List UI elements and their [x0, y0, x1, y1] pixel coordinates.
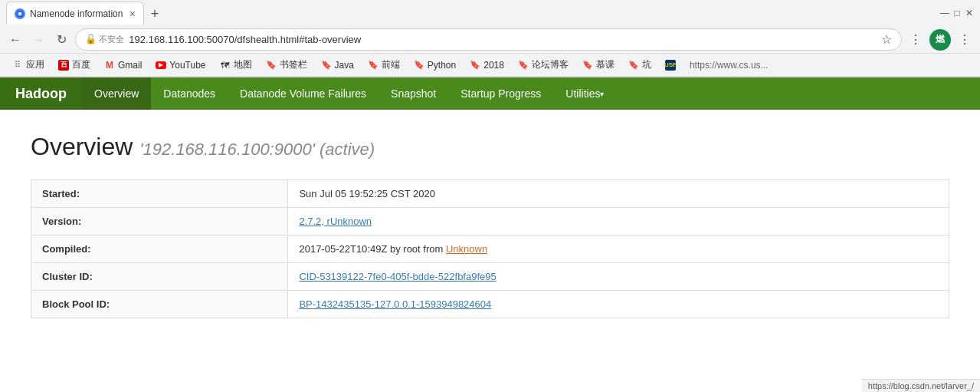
tab-bar: Namenode information × +: [6, 2, 940, 25]
page-subtitle: '192.168.116.100:9000' (active): [139, 140, 375, 159]
bookmark-folder-icon: 🔖: [266, 60, 277, 71]
overview-table: Started: Sun Jul 05 19:52:25 CST 2020 Ve…: [31, 180, 949, 318]
bookmark-baidu[interactable]: 百 百度: [52, 56, 97, 74]
maximize-button[interactable]: □: [952, 8, 962, 18]
bookmark-maps[interactable]: 🗺 地图: [214, 56, 258, 74]
bookmark-apps-label: 应用: [26, 58, 44, 71]
nav-datanode-volume-failures[interactable]: Datanode Volume Failures: [228, 77, 379, 110]
frontend-folder-icon: 🔖: [368, 60, 379, 71]
course-folder-icon: 🔖: [582, 60, 593, 71]
table-row-cluster-id: Cluster ID: CID-53139122-7fe0-405f-bdde-…: [31, 263, 949, 291]
2018-folder-icon: 🔖: [470, 60, 480, 71]
browser-chrome: Namenode information × + — □ ✕ ← → ↻ 🔓 不…: [0, 0, 980, 77]
bookmark-bookmarks-label: 书签栏: [280, 58, 307, 71]
window-controls: — □ ✕: [940, 8, 974, 18]
title-bar: Namenode information × + — □ ✕: [0, 0, 980, 26]
tab-favicon: [15, 8, 25, 19]
nav-utilities[interactable]: Utilities: [553, 77, 616, 110]
python-folder-icon: 🔖: [414, 60, 424, 71]
youtube-icon: ▶: [156, 61, 166, 69]
bookmark-cslink[interactable]: https://www.cs.us...: [683, 58, 775, 73]
pit-folder-icon: 🔖: [628, 60, 639, 71]
nav-datanodes[interactable]: Datanodes: [151, 77, 228, 110]
bookmark-baidu-label: 百度: [72, 58, 90, 71]
svg-point-1: [18, 12, 21, 15]
bookmark-java[interactable]: 🔖 Java: [315, 58, 360, 73]
bookmark-python-label: Python: [428, 60, 456, 71]
bookmark-pit-label: 坑: [642, 58, 651, 71]
bookmark-apps[interactable]: ⠿ 应用: [6, 56, 51, 74]
bookmark-usf[interactable]: USF: [659, 58, 682, 73]
bookmark-youtube-label: YouTube: [169, 60, 205, 71]
bookmark-bookmarks[interactable]: 🔖 书签栏: [260, 56, 313, 74]
bookmark-gmail[interactable]: M Gmail: [98, 58, 148, 73]
bookmark-pit[interactable]: 🔖 坑: [622, 56, 657, 74]
version-link[interactable]: 2.7.2, rUnknown: [299, 216, 372, 227]
hadoop-logo[interactable]: Hadoop: [0, 77, 82, 110]
bookmark-frontend-label: 前端: [382, 58, 400, 71]
chrome-menu-button[interactable]: ⋮: [955, 31, 974, 49]
table-label-version: Version:: [31, 208, 288, 236]
apps-icon: ⠿: [12, 60, 23, 71]
security-indicator: 🔓 不安全: [85, 34, 124, 45]
gmail-icon: M: [104, 60, 115, 71]
nav-snapshot[interactable]: Snapshot: [379, 77, 448, 110]
profile-avatar[interactable]: 燃: [929, 29, 951, 51]
table-row-started: Started: Sun Jul 05 19:52:25 CST 2020: [31, 180, 949, 208]
table-row-version: Version: 2.7.2, rUnknown: [31, 208, 949, 236]
table-value-cluster-id: CID-53139122-7fe0-405f-bdde-522fbfa9fe95: [288, 263, 949, 291]
table-value-started: Sun Jul 05 19:52:25 CST 2020: [288, 180, 949, 208]
bookmark-java-label: Java: [335, 60, 354, 71]
table-value-version: 2.7.2, rUnknown: [288, 208, 949, 236]
page-title: Overview '192.168.116.100:9000' (active): [31, 133, 949, 161]
bookmark-course-label: 慕课: [596, 58, 615, 71]
forum-folder-icon: 🔖: [518, 60, 529, 71]
table-value-block-pool-id: BP-1432435135-127.0.0.1-1593949824604: [288, 291, 949, 318]
url-text: 192.168.116.100:50070/dfshealth.html#tab…: [129, 34, 361, 45]
cluster-id-link[interactable]: CID-53139122-7fe0-405f-bdde-522fbfa9fe95: [299, 271, 496, 282]
bookmark-maps-label: 地图: [234, 58, 252, 71]
back-button[interactable]: ←: [6, 31, 25, 49]
address-bar: ← → ↻ 🔓 不安全 192.168.116.100:50070/dfshea…: [0, 26, 980, 54]
hadoop-nav-items: Overview Datanodes Datanode Volume Failu…: [82, 77, 616, 110]
compiled-text: 2017-05-22T10:49Z by root from: [299, 243, 446, 255]
bookmark-forum[interactable]: 🔖 论坛博客: [512, 56, 575, 74]
bookmark-frontend[interactable]: 🔖 前端: [362, 56, 406, 74]
bookmark-2018-label: 2018: [483, 60, 504, 71]
bookmark-python[interactable]: 🔖 Python: [408, 58, 462, 73]
tab-close-button[interactable]: ×: [129, 8, 136, 19]
bookmark-star-icon[interactable]: ☆: [881, 32, 892, 47]
forward-button[interactable]: →: [29, 31, 48, 49]
main-content: Overview '192.168.116.100:9000' (active)…: [0, 110, 980, 341]
nav-startup-progress[interactable]: Startup Progress: [448, 77, 553, 110]
compiled-unknown-link[interactable]: Unknown: [446, 243, 487, 255]
table-label-cluster-id: Cluster ID:: [31, 263, 288, 291]
browser-tab[interactable]: Namenode information ×: [6, 2, 144, 25]
minimize-button[interactable]: —: [940, 8, 949, 18]
close-button[interactable]: ✕: [965, 8, 974, 18]
bookmark-gmail-label: Gmail: [118, 60, 142, 71]
bookmark-2018[interactable]: 🔖 2018: [464, 58, 510, 73]
table-row-compiled: Compiled: 2017-05-22T10:49Z by root from…: [31, 236, 949, 263]
table-row-block-pool-id: Block Pool ID: BP-1432435135-127.0.0.1-1…: [31, 291, 949, 318]
hadoop-navbar: Hadoop Overview Datanodes Datanode Volum…: [0, 77, 980, 110]
extensions-button[interactable]: ⋮: [906, 31, 925, 49]
block-pool-id-link[interactable]: BP-1432435135-127.0.0.1-1593949824604: [299, 298, 491, 310]
bookmarks-bar: ⠿ 应用 百 百度 M Gmail ▶ YouTube 🗺 地图 🔖 书签栏 🔖…: [0, 54, 980, 77]
address-right-controls: ⋮ 燃 ⋮: [906, 29, 974, 51]
reload-button[interactable]: ↻: [52, 31, 70, 49]
new-tab-button[interactable]: +: [144, 3, 166, 25]
bookmark-forum-label: 论坛博客: [532, 58, 569, 71]
java-folder-icon: 🔖: [321, 60, 332, 71]
table-label-block-pool-id: Block Pool ID:: [31, 291, 288, 318]
bookmark-youtube[interactable]: ▶ YouTube: [149, 58, 211, 73]
maps-icon: 🗺: [220, 60, 231, 71]
usf-icon: USF: [665, 60, 676, 71]
bookmark-course[interactable]: 🔖 慕课: [576, 56, 621, 74]
table-label-compiled: Compiled:: [31, 236, 288, 263]
nav-overview[interactable]: Overview: [82, 77, 151, 110]
url-bar[interactable]: 🔓 不安全 192.168.116.100:50070/dfshealth.ht…: [75, 28, 902, 51]
tab-title: Namenode information: [30, 8, 123, 19]
table-value-compiled: 2017-05-22T10:49Z by root from Unknown: [288, 236, 949, 263]
bookmark-cslink-label: https://www.cs.us...: [690, 60, 769, 71]
